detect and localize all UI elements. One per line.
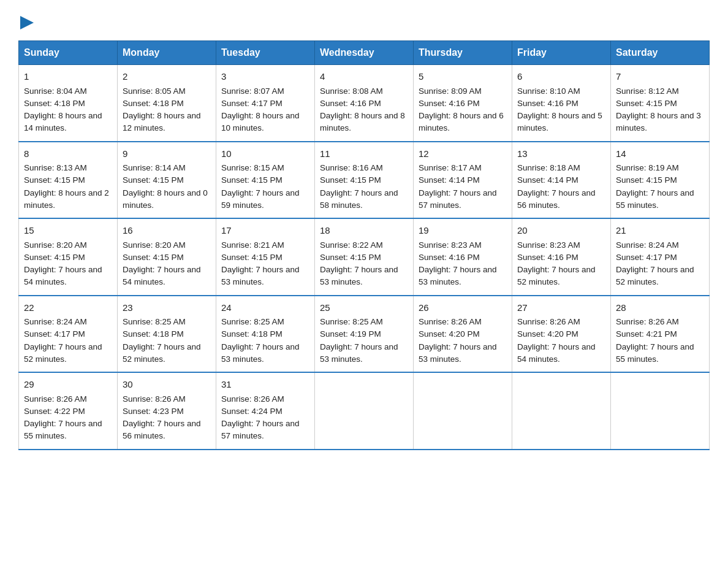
day-number: 13	[517, 147, 605, 161]
day-number: 23	[123, 301, 211, 315]
day-info: Sunrise: 8:20 AMSunset: 4:15 PMDaylight:…	[24, 240, 102, 287]
day-number: 16	[123, 224, 211, 238]
calendar-cell: 18Sunrise: 8:22 AMSunset: 4:15 PMDayligh…	[315, 218, 414, 296]
calendar-cell: 6Sunrise: 8:10 AMSunset: 4:16 PMDaylight…	[512, 65, 611, 142]
calendar-cell: 28Sunrise: 8:26 AMSunset: 4:21 PMDayligh…	[611, 296, 710, 373]
day-info: Sunrise: 8:13 AMSunset: 4:15 PMDaylight:…	[24, 163, 109, 210]
calendar-cell: 19Sunrise: 8:23 AMSunset: 4:16 PMDayligh…	[414, 218, 512, 296]
calendar-cell: 1Sunrise: 8:04 AMSunset: 4:18 PMDaylight…	[19, 65, 118, 142]
day-info: Sunrise: 8:26 AMSunset: 4:21 PMDaylight:…	[616, 317, 694, 364]
day-number: 17	[221, 224, 309, 238]
header-tuesday: Tuesday	[216, 41, 315, 65]
calendar-cell: 26Sunrise: 8:26 AMSunset: 4:20 PMDayligh…	[414, 296, 512, 373]
day-info: Sunrise: 8:15 AMSunset: 4:15 PMDaylight:…	[221, 163, 300, 210]
day-number: 26	[419, 301, 507, 315]
calendar-cell: 22Sunrise: 8:24 AMSunset: 4:17 PMDayligh…	[19, 296, 118, 373]
day-number: 1	[24, 70, 112, 84]
calendar-cell: 7Sunrise: 8:12 AMSunset: 4:15 PMDaylight…	[611, 65, 710, 142]
day-info: Sunrise: 8:09 AMSunset: 4:16 PMDaylight:…	[419, 86, 504, 133]
day-number: 25	[320, 301, 408, 315]
day-info: Sunrise: 8:26 AMSunset: 4:23 PMDaylight:…	[123, 394, 201, 441]
day-info: Sunrise: 8:23 AMSunset: 4:16 PMDaylight:…	[517, 240, 596, 287]
day-number: 14	[616, 147, 704, 161]
calendar-cell: 10Sunrise: 8:15 AMSunset: 4:15 PMDayligh…	[216, 142, 315, 219]
day-info: Sunrise: 8:19 AMSunset: 4:15 PMDaylight:…	[616, 163, 694, 210]
day-info: Sunrise: 8:25 AMSunset: 4:18 PMDaylight:…	[221, 317, 300, 364]
day-number: 20	[517, 224, 605, 238]
calendar-week-row: 29Sunrise: 8:26 AMSunset: 4:22 PMDayligh…	[19, 372, 710, 450]
calendar-cell: 11Sunrise: 8:16 AMSunset: 4:15 PMDayligh…	[315, 142, 414, 219]
day-number: 22	[24, 301, 112, 315]
header-thursday: Thursday	[414, 41, 512, 65]
header-sunday: Sunday	[19, 41, 118, 65]
calendar-cell	[315, 372, 414, 450]
day-number: 8	[24, 147, 112, 161]
day-info: Sunrise: 8:10 AMSunset: 4:16 PMDaylight:…	[517, 86, 602, 133]
calendar-header-row: SundayMondayTuesdayWednesdayThursdayFrid…	[19, 41, 710, 65]
calendar-cell: 14Sunrise: 8:19 AMSunset: 4:15 PMDayligh…	[611, 142, 710, 219]
calendar-cell: 15Sunrise: 8:20 AMSunset: 4:15 PMDayligh…	[19, 218, 118, 296]
calendar-week-row: 22Sunrise: 8:24 AMSunset: 4:17 PMDayligh…	[19, 296, 710, 373]
calendar-cell	[512, 372, 611, 450]
day-number: 30	[123, 378, 211, 392]
day-info: Sunrise: 8:14 AMSunset: 4:15 PMDaylight:…	[123, 163, 208, 210]
day-number: 12	[419, 147, 507, 161]
day-info: Sunrise: 8:23 AMSunset: 4:16 PMDaylight:…	[419, 240, 497, 287]
calendar-cell: 21Sunrise: 8:24 AMSunset: 4:17 PMDayligh…	[611, 218, 710, 296]
day-number: 15	[24, 224, 112, 238]
header-wednesday: Wednesday	[315, 41, 414, 65]
calendar-week-row: 15Sunrise: 8:20 AMSunset: 4:15 PMDayligh…	[19, 218, 710, 296]
day-number: 2	[123, 70, 211, 84]
logo	[18, 12, 34, 29]
calendar-table: SundayMondayTuesdayWednesdayThursdayFrid…	[18, 40, 710, 450]
calendar-cell: 5Sunrise: 8:09 AMSunset: 4:16 PMDaylight…	[414, 65, 512, 142]
day-info: Sunrise: 8:22 AMSunset: 4:15 PMDaylight:…	[320, 240, 398, 287]
calendar-cell: 29Sunrise: 8:26 AMSunset: 4:22 PMDayligh…	[19, 372, 118, 450]
day-number: 28	[616, 301, 704, 315]
calendar-cell: 25Sunrise: 8:25 AMSunset: 4:19 PMDayligh…	[315, 296, 414, 373]
calendar-cell: 13Sunrise: 8:18 AMSunset: 4:14 PMDayligh…	[512, 142, 611, 219]
calendar-week-row: 1Sunrise: 8:04 AMSunset: 4:18 PMDaylight…	[19, 65, 710, 142]
day-info: Sunrise: 8:26 AMSunset: 4:20 PMDaylight:…	[517, 317, 596, 364]
day-info: Sunrise: 8:26 AMSunset: 4:20 PMDaylight:…	[419, 317, 497, 364]
calendar-cell: 20Sunrise: 8:23 AMSunset: 4:16 PMDayligh…	[512, 218, 611, 296]
day-info: Sunrise: 8:18 AMSunset: 4:14 PMDaylight:…	[517, 163, 596, 210]
calendar-cell: 30Sunrise: 8:26 AMSunset: 4:23 PMDayligh…	[118, 372, 216, 450]
day-number: 3	[221, 70, 309, 84]
day-number: 21	[616, 224, 704, 238]
day-number: 31	[221, 378, 309, 392]
day-number: 29	[24, 378, 112, 392]
day-info: Sunrise: 8:08 AMSunset: 4:16 PMDaylight:…	[320, 86, 405, 133]
calendar-cell: 16Sunrise: 8:20 AMSunset: 4:15 PMDayligh…	[118, 218, 216, 296]
page-header	[18, 12, 710, 29]
day-number: 5	[419, 70, 507, 84]
calendar-cell: 9Sunrise: 8:14 AMSunset: 4:15 PMDaylight…	[118, 142, 216, 219]
calendar-cell: 31Sunrise: 8:26 AMSunset: 4:24 PMDayligh…	[216, 372, 315, 450]
calendar-week-row: 8Sunrise: 8:13 AMSunset: 4:15 PMDaylight…	[19, 142, 710, 219]
calendar-cell	[611, 372, 710, 450]
day-number: 11	[320, 147, 408, 161]
calendar-cell: 4Sunrise: 8:08 AMSunset: 4:16 PMDaylight…	[315, 65, 414, 142]
calendar-cell: 12Sunrise: 8:17 AMSunset: 4:14 PMDayligh…	[414, 142, 512, 219]
day-number: 24	[221, 301, 309, 315]
day-info: Sunrise: 8:25 AMSunset: 4:18 PMDaylight:…	[123, 317, 201, 364]
calendar-cell: 23Sunrise: 8:25 AMSunset: 4:18 PMDayligh…	[118, 296, 216, 373]
day-number: 7	[616, 70, 704, 84]
day-info: Sunrise: 8:21 AMSunset: 4:15 PMDaylight:…	[221, 240, 300, 287]
day-info: Sunrise: 8:20 AMSunset: 4:15 PMDaylight:…	[123, 240, 201, 287]
calendar-cell: 3Sunrise: 8:07 AMSunset: 4:17 PMDaylight…	[216, 65, 315, 142]
day-info: Sunrise: 8:25 AMSunset: 4:19 PMDaylight:…	[320, 317, 398, 364]
header-monday: Monday	[118, 41, 216, 65]
day-info: Sunrise: 8:04 AMSunset: 4:18 PMDaylight:…	[24, 86, 102, 133]
logo-triangle-icon	[20, 16, 34, 29]
day-number: 18	[320, 224, 408, 238]
calendar-cell	[414, 372, 512, 450]
calendar-cell: 8Sunrise: 8:13 AMSunset: 4:15 PMDaylight…	[19, 142, 118, 219]
day-number: 4	[320, 70, 408, 84]
header-friday: Friday	[512, 41, 611, 65]
day-number: 27	[517, 301, 605, 315]
calendar-cell: 2Sunrise: 8:05 AMSunset: 4:18 PMDaylight…	[118, 65, 216, 142]
day-info: Sunrise: 8:26 AMSunset: 4:22 PMDaylight:…	[24, 394, 102, 441]
day-number: 19	[419, 224, 507, 238]
header-saturday: Saturday	[611, 41, 710, 65]
